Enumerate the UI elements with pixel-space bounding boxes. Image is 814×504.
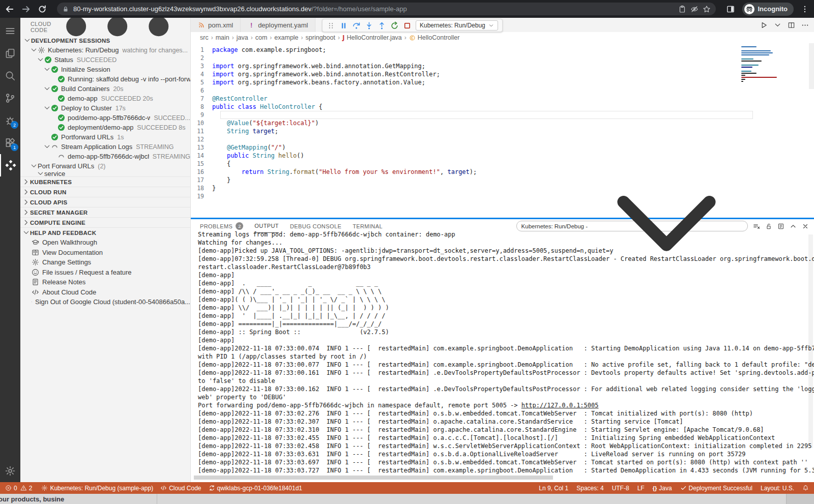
tree-item-development-sessions[interactable]: DEVELOPMENT SESSIONS — [20, 36, 190, 45]
openeditor-icon[interactable] — [777, 223, 784, 230]
chevup-icon[interactable] — [790, 223, 797, 230]
code-line[interactable]: 9 — [191, 111, 814, 119]
panel-tab-output[interactable]: OUTPUT — [254, 219, 279, 233]
help-item-change-settings[interactable]: Change Settings — [20, 257, 190, 268]
tree-item-build-containers[interactable]: Build Containers20s — [20, 84, 190, 94]
status-2[interactable]: 2 — [20, 485, 33, 492]
code-line[interactable]: 11 String target; — [191, 127, 814, 135]
status-lf[interactable]: LF — [637, 485, 645, 492]
panel-tab-terminal[interactable]: TERMINAL — [353, 219, 383, 233]
side-panel-icon[interactable] — [726, 5, 735, 14]
breadcrumb[interactable]: src›main›java›com›example›springboot›JHe… — [191, 32, 814, 43]
help-item-view-documentation[interactable]: View Documentation — [20, 248, 190, 258]
tree-item-service[interactable]: service — [20, 171, 190, 176]
section-compute-engine[interactable]: COMPUTE ENGINE — [20, 217, 190, 227]
scm-icon[interactable] — [0, 87, 20, 109]
url-bar[interactable]: 80-my-workstation.cluster-ug6zlz43wzeksw… — [57, 3, 716, 15]
incognito-badge[interactable]: Incognito — [742, 3, 794, 16]
breadcrumb-item[interactable]: HelloController.java — [346, 34, 401, 41]
panel-tab-debug-console[interactable]: DEBUG CONSOLE — [290, 219, 341, 233]
status-0[interactable]: 0 — [5, 485, 17, 492]
extensions-icon[interactable]: 1 — [0, 132, 20, 154]
stepover-icon[interactable] — [352, 21, 361, 30]
output-channel-dropdown[interactable]: Kubernetes: Run/Debug - — [516, 221, 748, 231]
help-item-open-walkthrough[interactable]: Open Walkthrough — [20, 238, 190, 248]
status-layout-u-s[interactable]: Layout: U.S. — [761, 485, 794, 492]
tree-item-deploy-to-cluster[interactable]: Deploy to Cluster17s — [20, 103, 190, 113]
star-icon[interactable] — [703, 5, 711, 13]
status-cloud-code[interactable]: Cloud Code — [160, 485, 201, 492]
panel-horizontal-scrollbar[interactable] — [194, 476, 553, 480]
breadcrumb-item[interactable]: HelloController — [418, 34, 460, 41]
unlock-icon[interactable] — [765, 223, 772, 230]
forward-arrow-icon[interactable] — [21, 5, 31, 14]
status-bell[interactable] — [802, 485, 809, 491]
chevdown-icon[interactable] — [774, 21, 781, 29]
panel-vertical-scrollbar[interactable] — [808, 234, 813, 448]
editor-scrollbar[interactable] — [809, 43, 814, 89]
split-icon[interactable] — [788, 21, 795, 29]
eye-off-icon[interactable] — [690, 5, 699, 13]
status-kubernetes-run-debug-sample-ap[interactable]: Kubernetes: Run/Debug (sample-app) — [41, 485, 153, 492]
reload-icon[interactable] — [38, 5, 47, 14]
code-line[interactable]: 3import org.springframework.web.bind.ann… — [191, 62, 814, 70]
files-icon[interactable] — [0, 42, 20, 65]
pause-icon[interactable] — [339, 21, 348, 30]
tree-item-kubernetes-run-debug[interactable]: Kubernetes: Run/Debugwatching for change… — [20, 45, 190, 55]
status-java[interactable]: {}Java — [653, 485, 672, 492]
code-line[interactable]: 12 — [191, 135, 814, 143]
search-icon[interactable] — [0, 65, 20, 87]
tree-item-deployment-demo-app[interactable]: deployment/demo-appSUCCEEDED 8s — [20, 123, 190, 132]
ellipsis-icon[interactable] — [801, 21, 809, 29]
tree-item-port-forward-urls[interactable]: Port Forward URLs(2) — [20, 161, 190, 171]
debug-config-dropdown[interactable]: Kubernetes: Run/Debug — [416, 20, 498, 31]
code-line[interactable]: 1package com.example.springboot; — [191, 46, 814, 54]
manage-gear-icon[interactable] — [0, 460, 20, 482]
stepinto-icon[interactable] — [365, 21, 373, 30]
section-cloud-apis[interactable]: CLOUD APIS — [20, 197, 190, 207]
tree-item-stream-application-logs[interactable]: Stream Application LogsSTREAMING — [20, 142, 190, 152]
status-utf-8[interactable]: UTF-8 — [612, 485, 629, 492]
section-secret-manager[interactable]: SECRET MANAGER — [20, 207, 190, 217]
help-item-sign-out-of-google-cloud-stude[interactable]: Sign Out of Google Cloud (student-00-540… — [20, 297, 190, 307]
cloudcode-icon[interactable] — [0, 154, 20, 176]
help-item-about-cloud-code[interactable]: About Cloud Code — [20, 287, 190, 298]
url-text[interactable]: 80-my-workstation.cluster-ug6zlz43wzeksw… — [73, 5, 407, 13]
breadcrumb-item[interactable]: springboot — [306, 34, 335, 41]
menu-icon[interactable] — [0, 20, 20, 42]
stop-icon[interactable] — [403, 21, 412, 30]
port-forward-link[interactable]: http://127.0.0.1:5005 — [521, 402, 599, 409]
code-line[interactable]: 8public class HelloController { — [191, 103, 814, 111]
kebab-menu-icon[interactable] — [801, 5, 809, 13]
status-spaces-4[interactable]: Spaces: 4 — [576, 485, 603, 492]
back-arrow-icon[interactable] — [5, 5, 14, 14]
code-line[interactable]: 6 — [191, 86, 814, 95]
tree-item-demo-app[interactable]: demo-appSUCCEEDED 20s — [20, 94, 190, 103]
tab-deployment-yaml[interactable]: !deployment.yaml — [241, 18, 315, 32]
breadcrumb-item[interactable]: src — [200, 34, 209, 41]
tree-item-pod-demo-app-5ffb7666dc-wjbch[interactable]: pod/demo-app-5ffb7666dc-wjbchSUCCEED... — [20, 113, 190, 123]
breadcrumb-item[interactable]: java — [237, 34, 248, 41]
tree-item-running-skaffold-debug-v-info-[interactable]: Running: skaffold debug -v info --port-f… — [20, 74, 190, 84]
stepout-icon[interactable] — [377, 21, 386, 30]
tree-item-status[interactable]: StatusSUCCEEDED — [20, 55, 190, 65]
tab-pom-xml[interactable]: pom.xml — [191, 18, 241, 32]
tree-item-demo-app-5ffb7666dc-wjbch[interactable]: demo-app-5ffb7666dc-wjbchSTREAMING — [20, 152, 190, 161]
section-help-and-feedback[interactable]: HELP AND FEEDBACK — [20, 227, 190, 238]
debug-icon[interactable]: 2 — [0, 109, 20, 132]
section-kubernetes[interactable]: KUBERNETES — [20, 176, 190, 187]
help-item-file-issues-request-a-feature[interactable]: File issues / Request a feature — [20, 268, 190, 278]
close-icon[interactable] — [802, 223, 809, 230]
minimap[interactable] — [741, 46, 786, 83]
breadcrumb-item[interactable]: com — [255, 34, 268, 41]
clipboard-icon[interactable] — [678, 5, 686, 13]
help-item-release-notes[interactable]: Release Notes — [20, 277, 190, 287]
code-line[interactable]: 5import org.springframework.beans.factor… — [191, 78, 814, 86]
status-qwiklabs-gcp-01-036fe18401d1[interactable]: qwiklabs-gcp-01-036fe18401d1 — [209, 485, 302, 492]
tree-item-portforward-urls[interactable]: Portforward URLs1s — [20, 132, 190, 142]
section-cloud-run[interactable]: CLOUD RUN — [20, 187, 190, 197]
panel-tab-problems[interactable]: PROBLEMS2 — [200, 219, 243, 233]
play-icon[interactable] — [760, 21, 768, 29]
status-deployment-successful[interactable]: Deployment Successful — [680, 485, 752, 492]
status-ln-9-col-1[interactable]: Ln 9, Col 1 — [539, 485, 568, 492]
